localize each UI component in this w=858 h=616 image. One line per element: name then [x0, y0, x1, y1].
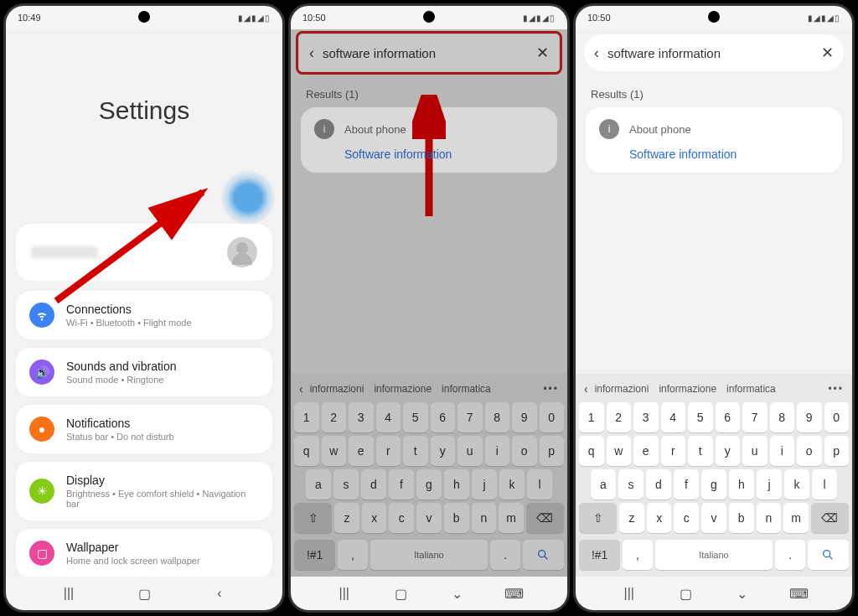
- recents-button[interactable]: |||: [335, 588, 354, 599]
- key-u[interactable]: u: [457, 436, 483, 466]
- suggestion[interactable]: informatica: [438, 383, 494, 395]
- result-card[interactable]: i About phone Software information: [301, 107, 557, 173]
- search-input[interactable]: [323, 46, 528, 60]
- key-j[interactable]: j: [757, 469, 782, 500]
- clear-icon[interactable]: ✕: [536, 44, 549, 62]
- suggestion[interactable]: informazioni: [307, 383, 368, 395]
- key-d[interactable]: d: [646, 469, 671, 500]
- key-2[interactable]: 2: [322, 402, 347, 432]
- key-3[interactable]: 3: [349, 402, 374, 432]
- key-m[interactable]: m: [783, 503, 809, 533]
- key-z[interactable]: z: [619, 503, 644, 533]
- key-o[interactable]: o: [797, 436, 822, 466]
- key-i[interactable]: i: [770, 436, 795, 466]
- key-q[interactable]: q: [579, 436, 604, 466]
- key-t[interactable]: t: [403, 436, 428, 466]
- search-input[interactable]: [607, 46, 813, 60]
- key-v[interactable]: v: [416, 503, 442, 533]
- key-5[interactable]: 5: [688, 402, 713, 432]
- key-p[interactable]: p: [540, 436, 565, 466]
- spacebar-key[interactable]: Italiano: [370, 540, 488, 570]
- key-y[interactable]: y: [716, 436, 741, 466]
- search-key[interactable]: [808, 540, 849, 570]
- key-g[interactable]: g: [416, 469, 442, 500]
- key-m[interactable]: m: [499, 503, 524, 533]
- period-key[interactable]: .: [490, 540, 519, 570]
- key-2[interactable]: 2: [607, 402, 632, 432]
- key-4[interactable]: 4: [376, 402, 401, 432]
- key-z[interactable]: z: [334, 503, 359, 533]
- key-8[interactable]: 8: [485, 402, 510, 432]
- recents-button[interactable]: |||: [59, 588, 78, 599]
- more-icon[interactable]: •••: [543, 383, 559, 395]
- key-8[interactable]: 8: [770, 402, 795, 432]
- key-d[interactable]: d: [361, 469, 386, 500]
- shift-key[interactable]: ⇧: [579, 503, 617, 533]
- back-icon[interactable]: ‹: [309, 44, 314, 62]
- search-button[interactable]: [234, 184, 262, 212]
- key-9[interactable]: 9: [797, 402, 822, 432]
- key-y[interactable]: y: [431, 436, 456, 466]
- comma-key[interactable]: ,: [623, 540, 652, 570]
- key-7[interactable]: 7: [457, 402, 483, 432]
- clear-icon[interactable]: ✕: [821, 44, 834, 62]
- result-link[interactable]: Software information: [629, 148, 829, 161]
- account-card[interactable]: [16, 224, 272, 281]
- keyboard-down-button[interactable]: ⌄: [733, 588, 752, 599]
- backspace-key[interactable]: ⌫: [526, 503, 564, 533]
- keyboard-down-button[interactable]: ⌄: [448, 588, 467, 599]
- key-c[interactable]: c: [389, 503, 414, 533]
- key-x[interactable]: x: [647, 503, 672, 533]
- key-r[interactable]: r: [661, 436, 686, 466]
- suggestion[interactable]: informatica: [723, 383, 779, 395]
- key-s[interactable]: s: [618, 469, 644, 500]
- suggestion-back[interactable]: ‹: [584, 382, 588, 396]
- symbols-key[interactable]: !#1: [294, 540, 335, 570]
- settings-item-connections[interactable]: ConnectionsWi-Fi • Bluetooth • Flight mo…: [16, 291, 272, 339]
- shift-key[interactable]: ⇧: [294, 503, 332, 533]
- key-n[interactable]: n: [757, 503, 782, 533]
- key-n[interactable]: n: [472, 503, 497, 533]
- home-button[interactable]: ▢: [676, 588, 695, 599]
- key-g[interactable]: g: [701, 469, 726, 500]
- key-f[interactable]: f: [389, 469, 414, 500]
- key-a[interactable]: a: [306, 469, 331, 500]
- key-c[interactable]: c: [674, 503, 699, 533]
- key-3[interactable]: 3: [633, 402, 659, 432]
- key-b[interactable]: b: [444, 503, 469, 533]
- key-7[interactable]: 7: [742, 402, 768, 432]
- key-1[interactable]: 1: [294, 402, 319, 432]
- period-key[interactable]: .: [775, 540, 804, 570]
- key-0[interactable]: 0: [540, 402, 565, 432]
- key-s[interactable]: s: [333, 469, 359, 500]
- more-icon[interactable]: •••: [828, 383, 844, 395]
- key-l[interactable]: l: [527, 469, 552, 500]
- keyboard-icon[interactable]: ⌨: [504, 588, 523, 599]
- key-w[interactable]: w: [322, 436, 347, 466]
- settings-item-sounds[interactable]: 🔊 Sounds and vibrationSound mode • Ringt…: [16, 348, 272, 396]
- key-k[interactable]: k: [499, 469, 525, 500]
- home-button[interactable]: ▢: [391, 588, 410, 599]
- suggestion[interactable]: informazione: [655, 383, 720, 395]
- key-h[interactable]: h: [444, 469, 469, 500]
- key-x[interactable]: x: [362, 503, 387, 533]
- key-l[interactable]: l: [812, 469, 837, 500]
- key-q[interactable]: q: [294, 436, 319, 466]
- symbols-key[interactable]: !#1: [579, 540, 620, 570]
- settings-item-wallpaper[interactable]: ▢ WallpaperHome and lock screen wallpape…: [16, 529, 272, 577]
- back-button[interactable]: ‹: [210, 588, 229, 599]
- key-e[interactable]: e: [349, 436, 374, 466]
- key-k[interactable]: k: [784, 469, 809, 500]
- backspace-key[interactable]: ⌫: [811, 503, 849, 533]
- key-f[interactable]: f: [674, 469, 699, 500]
- key-1[interactable]: 1: [579, 402, 604, 432]
- recents-button[interactable]: |||: [620, 588, 638, 599]
- key-0[interactable]: 0: [824, 402, 850, 432]
- key-5[interactable]: 5: [403, 402, 428, 432]
- key-9[interactable]: 9: [512, 402, 537, 432]
- comma-key[interactable]: ,: [338, 540, 367, 570]
- search-key[interactable]: [523, 540, 564, 570]
- key-p[interactable]: p: [824, 436, 850, 466]
- key-6[interactable]: 6: [431, 402, 456, 432]
- suggestion[interactable]: informazione: [370, 383, 435, 395]
